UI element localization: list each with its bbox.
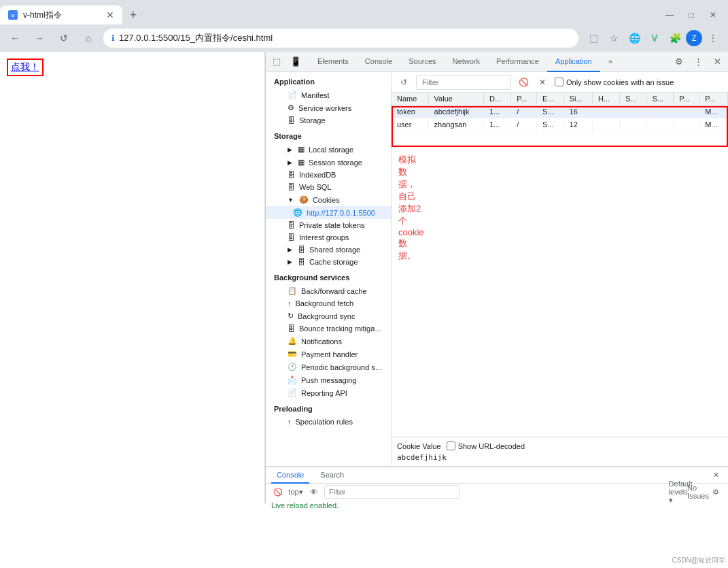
col-header-name[interactable]: Name (392, 93, 428, 105)
back-button[interactable]: ← (5, 29, 24, 48)
console-tab-console[interactable]: Console (271, 467, 309, 484)
address-input[interactable]: ℹ 127.0.0.1:5500/15_内置指令/ceshi.html (103, 29, 578, 48)
table-row[interactable]: token abcdefjhijk 1... / S... 16 M.. (392, 105, 728, 118)
eye-icon-button[interactable]: 👁 (307, 485, 320, 499)
only-issues-checkbox[interactable] (555, 78, 564, 86)
sidebar-item-manifest-label: Manifest (301, 91, 330, 99)
close-console-button[interactable]: ✕ (709, 469, 723, 482)
table-row[interactable]: user zhangsan 1... / S... 12 M... (392, 118, 728, 131)
sidebar-item-periodic-background-sync[interactable]: 🕐 Periodic background sync (266, 361, 391, 373)
sidebar-item-web-sql[interactable]: 🗄 Web SQL (266, 181, 391, 193)
cookie-filter-input[interactable] (416, 75, 511, 90)
click-button[interactable]: 点我！ (7, 59, 44, 76)
block-icon-button[interactable]: 🚫 (271, 485, 285, 499)
sidebar-item-bounce-tracking[interactable]: 🗄 Bounce tracking mitigatio... (266, 322, 391, 335)
profile-button[interactable]: Z (686, 30, 702, 46)
sidebar-item-cookies-url[interactable]: 🌐 http://127.0.0.1:5500 (266, 206, 391, 219)
translate-button[interactable]: 🌐 (625, 29, 644, 48)
menu-button[interactable]: ⋮ (704, 29, 723, 48)
manifest-icon: 📄 (288, 90, 297, 99)
more-options-button[interactable]: ⋮ (690, 54, 706, 70)
sidebar-item-background-sync[interactable]: ↻ Background sync (266, 310, 391, 322)
annotation-text: 模拟数据，自己添加2个cookie数据。 (398, 154, 424, 262)
tab-application[interactable]: Application (547, 52, 600, 72)
console-tab-search[interactable]: Search (315, 467, 349, 484)
sidebar-item-session-storage[interactable]: ▶ ▦ Session storage (266, 156, 391, 169)
sidebar-item-reporting-api[interactable]: 📄 Reporting API (266, 386, 391, 399)
settings-icon-button[interactable]: ⚙ (671, 54, 687, 70)
sidebar-item-private-state[interactable]: 🗄 Private state tokens (266, 219, 391, 231)
reporting-api-icon: 📄 (288, 388, 297, 397)
col-header-domain[interactable]: D... (483, 93, 510, 105)
col-header-priority[interactable]: P... (674, 93, 699, 105)
bounce-tracking-icon: 🗄 (288, 324, 295, 333)
vue-button[interactable]: V (645, 29, 664, 48)
col-header-partitioned[interactable]: P... (699, 93, 728, 105)
sidebar-item-service-workers[interactable]: ⚙ Service workers (266, 101, 391, 114)
sidebar-item-session-storage-label: Session storage (309, 158, 362, 167)
col-header-path[interactable]: P... (511, 93, 537, 105)
sidebar-item-speculation-rules-label: Speculation rules (296, 418, 353, 426)
top-level-dropdown[interactable]: top ▾ (289, 485, 302, 499)
tab-elements[interactable]: Elements (309, 52, 357, 72)
sidebar-item-indexeddb[interactable]: 🗄 IndexedDB (266, 169, 391, 181)
new-tab-button[interactable]: + (125, 7, 141, 23)
col-header-value[interactable]: Value (428, 93, 483, 105)
console-filter-input[interactable] (324, 485, 460, 499)
cookie-path-cell: / (511, 118, 537, 131)
inspect-element-button[interactable]: ⬚ (268, 54, 285, 70)
refresh-cookies-button[interactable]: ↺ (397, 76, 411, 89)
sidebar-item-speculation-rules[interactable]: ↑ Speculation rules (266, 416, 391, 428)
sidebar-item-push-messaging[interactable]: 📩 Push messaging (266, 373, 391, 386)
col-header-httponly[interactable]: H... (593, 93, 620, 105)
col-header-expires[interactable]: E... (537, 93, 564, 105)
cookie-value-cell: abcdefjhijk (428, 105, 483, 118)
clear-all-cookies-button[interactable]: 🚫 (517, 76, 530, 89)
cookies-url-icon: 🌐 (293, 208, 302, 217)
sidebar-item-background-sync-label: Background sync (298, 312, 355, 320)
home-button[interactable]: ⌂ (79, 29, 98, 48)
close-button[interactable]: ✕ (704, 7, 723, 23)
sidebar-item-background-fetch[interactable]: ↑ Background fetch (266, 297, 391, 310)
sidebar-item-payment-handler[interactable]: 💳 Payment handler (266, 348, 391, 361)
no-issues-label[interactable]: No Issues (691, 485, 705, 499)
close-devtools-button[interactable]: ✕ (709, 54, 725, 70)
maximize-button[interactable]: □ (682, 7, 701, 23)
sidebar-item-manifest[interactable]: 📄 Manifest (266, 88, 391, 101)
tab-performance[interactable]: Performance (488, 52, 547, 72)
sidebar-item-local-storage[interactable]: ▶ ▦ Local storage (266, 143, 391, 156)
col-header-size[interactable]: Si... (564, 93, 592, 105)
only-issues-label[interactable]: Only show cookies with an issue (555, 78, 674, 86)
minimize-button[interactable]: — (660, 7, 679, 23)
extensions-button[interactable]: 🧩 (665, 29, 684, 48)
device-toolbar-button[interactable]: 📱 (288, 54, 304, 70)
cookie-table-wrapper: Name Value D... P... E... Si... H... S..… (392, 93, 728, 437)
reload-button[interactable]: ↺ (54, 29, 73, 48)
private-state-icon: 🗄 (288, 221, 295, 229)
show-url-decoded-checkbox[interactable] (447, 441, 455, 450)
sidebar-item-shared-storage[interactable]: ▶ 🗄 Shared storage (266, 244, 391, 256)
sidebar-item-notifications[interactable]: 🔔 Notifications (266, 335, 391, 348)
sidebar-item-interest-groups[interactable]: 🗄 Interest groups (266, 231, 391, 244)
delete-cookie-button[interactable]: ✕ (536, 76, 549, 89)
bookmark-button[interactable]: ☆ (604, 29, 623, 48)
sidebar-item-storage[interactable]: 🗄 Storage (266, 114, 391, 127)
tab-close-button[interactable]: ✕ (106, 10, 114, 20)
sidebar-item-cookies[interactable]: ▼ 🍪 Cookies (266, 193, 391, 206)
show-url-decoded-label[interactable]: Show URL-decoded (447, 441, 525, 450)
col-header-secure[interactable]: S... (620, 93, 647, 105)
cast-button[interactable]: ⬚ (584, 29, 603, 48)
sidebar-item-cache-storage[interactable]: ▶ 🗄 Cache storage (266, 256, 391, 268)
tab-console[interactable]: Console (357, 52, 400, 72)
tab-sources[interactable]: Sources (400, 52, 444, 72)
active-tab[interactable]: v v-html指令 ✕ (0, 5, 122, 24)
session-storage-icon: ▦ (298, 158, 305, 167)
default-levels-dropdown[interactable]: Default levels ▾ (674, 485, 687, 499)
tab-network[interactable]: Network (445, 52, 488, 72)
console-settings-button[interactable]: ⚙ (709, 485, 723, 499)
local-storage-icon: ▦ (298, 145, 305, 154)
col-header-samesite[interactable]: S... (646, 93, 674, 105)
forward-button[interactable]: → (30, 29, 49, 48)
sidebar-item-back-forward-cache[interactable]: 📋 Back/forward cache (266, 284, 391, 297)
tab-more[interactable]: » (600, 52, 621, 72)
